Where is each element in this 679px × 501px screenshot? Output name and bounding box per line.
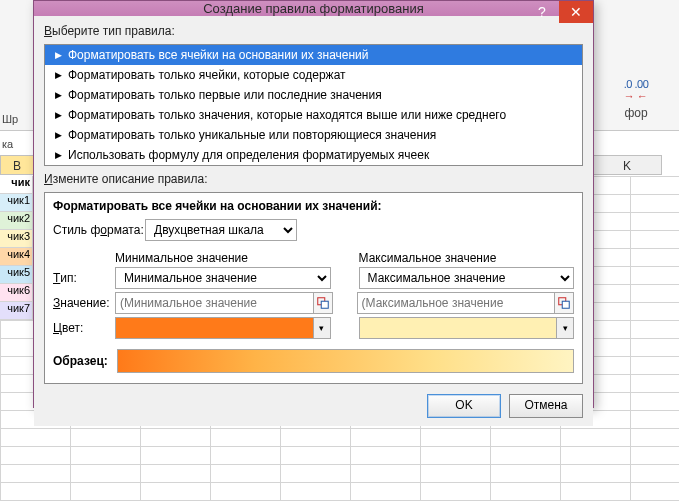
format-style-select[interactable]: Двухцветная шкала <box>145 219 297 241</box>
min-column-header: Минимальное значение <box>115 251 331 265</box>
increase-decrease-decimal-icon: .0 .00 → ← <box>624 78 649 102</box>
rule-type-item[interactable]: ▶Форматировать только первые или последн… <box>45 85 582 105</box>
rule-type-item[interactable]: ▶Форматировать только уникальные или пов… <box>45 125 582 145</box>
formatting-rule-dialog: Создание правила форматирования ? ✕ Выбе… <box>33 0 594 408</box>
cell[interactable]: чик1 <box>0 194 33 212</box>
header-cell[interactable]: чик <box>0 176 33 194</box>
arrow-icon: ▶ <box>55 151 62 160</box>
max-column-header: Максимальное значение <box>359 251 575 265</box>
rule-type-item[interactable]: ▶Использовать формулу для определения фо… <box>45 145 582 165</box>
column-header-b[interactable]: B <box>0 155 34 175</box>
color-label: Цвет: <box>53 317 115 339</box>
min-color-swatch <box>116 318 313 338</box>
chevron-down-icon: ▾ <box>313 318 330 338</box>
min-color-picker[interactable]: ▾ <box>115 317 331 339</box>
close-button[interactable]: ✕ <box>559 1 593 23</box>
arrow-icon: ▶ <box>55 71 62 80</box>
rule-type-item[interactable]: ▶Форматировать только значения, которые … <box>45 105 582 125</box>
type-label: Тип: <box>53 267 115 289</box>
chevron-down-icon: ▾ <box>556 318 573 338</box>
max-color-swatch <box>360 318 557 338</box>
cancel-button[interactable]: Отмена <box>509 394 583 418</box>
rule-description-title: Форматировать все ячейки на основании их… <box>53 199 574 213</box>
edit-rule-desc-label: Измените описание правила: <box>44 172 583 186</box>
arrow-icon: ▶ <box>55 111 62 120</box>
min-value-input[interactable] <box>115 292 314 314</box>
ribbon-group-label: Шр <box>2 113 18 125</box>
cell[interactable]: чик2 <box>0 212 33 230</box>
cell[interactable]: чик7 <box>0 302 33 320</box>
dialog-title: Создание правила форматирования <box>203 1 424 16</box>
range-picker-button[interactable] <box>313 292 333 314</box>
max-type-select[interactable]: Максимальное значение <box>359 267 575 289</box>
format-style-label: Стиль формата: <box>53 223 145 237</box>
range-picker-button[interactable] <box>554 292 574 314</box>
rule-type-list[interactable]: ▶Форматировать все ячейки на основании и… <box>44 44 583 166</box>
cell[interactable]: чик5 <box>0 266 33 284</box>
svg-rect-1 <box>321 301 328 308</box>
rule-type-item[interactable]: ▶Форматировать все ячейки на основании и… <box>45 45 582 65</box>
rule-type-item[interactable]: ▶Форматировать только ячейки, которые со… <box>45 65 582 85</box>
cell[interactable]: чик4 <box>0 248 33 266</box>
max-value-input[interactable] <box>357 292 556 314</box>
select-rule-type-label: Выберите тип правила: <box>44 24 583 38</box>
sample-label: Образец: <box>53 354 117 368</box>
column-b-cells: чик чик1 чик2 чик3 чик4 чик5 чик6 чик7 <box>0 176 33 320</box>
ribbon-extra-label: ка <box>2 138 13 150</box>
ok-button[interactable]: OK <box>427 394 501 418</box>
value-label: Значение: <box>53 292 115 314</box>
cell[interactable]: чик6 <box>0 284 33 302</box>
gradient-preview <box>117 349 574 373</box>
min-type-select[interactable]: Минимальное значение <box>115 267 331 289</box>
ribbon-button-label: фор <box>624 106 647 120</box>
max-color-picker[interactable]: ▾ <box>359 317 575 339</box>
rule-description-box: Форматировать все ячейки на основании их… <box>44 192 583 384</box>
svg-rect-3 <box>562 301 569 308</box>
cell[interactable]: чик3 <box>0 230 33 248</box>
arrow-icon: ▶ <box>55 51 62 60</box>
column-header-k[interactable]: K <box>592 155 662 175</box>
help-button[interactable]: ? <box>525 1 559 23</box>
titlebar[interactable]: Создание правила форматирования ? ✕ <box>34 1 593 16</box>
arrow-icon: ▶ <box>55 91 62 100</box>
arrow-icon: ▶ <box>55 131 62 140</box>
ribbon-button-format[interactable]: .0 .00 → ← фор <box>601 50 671 120</box>
